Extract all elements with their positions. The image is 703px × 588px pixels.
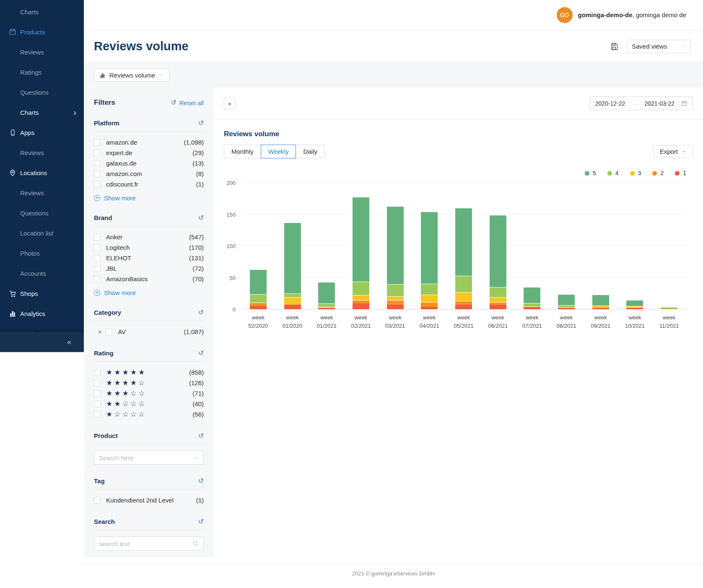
expand-icon[interactable]: > [98,329,101,335]
reset-icon[interactable]: ↺ [198,478,204,484]
checkbox[interactable] [94,497,101,504]
section-title: Rating [94,350,114,357]
sidebar-item-location-list[interactable]: Location list [0,223,84,243]
sidebar-item-products[interactable]: Products [0,22,84,42]
copyright: 2021 © gominga eServices GmbH [352,570,435,577]
sidebar-item-questions[interactable]: Questions [0,203,84,223]
show-more-button[interactable]: + Show more [94,289,204,296]
section-title: Product [94,432,118,439]
rating-row: ★☆☆☆☆(56) [94,409,204,420]
sidebar-item-reviews[interactable]: Reviews [0,183,84,203]
chart-type-label: Reviews volume [109,72,155,79]
bar-segment-rating-4 [490,287,506,297]
legend-item-2[interactable]: 2 [652,170,664,176]
rating-count: (56) [192,411,204,418]
user-account[interactable]: gominga-demo-de, gominga demo de [578,11,686,18]
reset-icon[interactable]: ↺ [198,215,204,221]
tag-row: Kundendienst 2nd Level (1) [94,495,204,505]
legend-label: 4 [615,170,619,176]
checkbox[interactable] [94,369,101,376]
bar-06-2021[interactable] [490,215,506,309]
legend-item-4[interactable]: 4 [607,170,619,176]
sidebar-item-photos[interactable]: Photos [0,243,84,263]
date-to: 2021-03-22 [644,100,674,107]
sidebar-item-charts[interactable]: Charts› [0,102,84,122]
reset-icon[interactable]: ↺ [198,433,204,439]
bar-11-2021[interactable] [661,307,677,309]
search-input[interactable] [99,540,192,547]
chart-type-select[interactable]: Reviews volume [94,68,169,82]
rating-count: (71) [192,390,204,397]
sidebar-collapse-button[interactable]: « [0,332,84,352]
bar-52-2020[interactable] [250,269,267,309]
legend-item-5[interactable]: 5 [585,170,596,176]
checkbox[interactable] [94,255,101,262]
bar-09-2021[interactable] [592,295,609,309]
sidebar-item-charts[interactable]: Charts [0,2,84,22]
show-more-button[interactable]: + Show more [94,194,204,202]
bar-08-2021[interactable] [558,294,575,309]
checkbox[interactable] [94,160,101,167]
sidebar-item-questions[interactable]: Questions [0,82,84,102]
checkbox[interactable] [94,390,101,397]
reset-all-button[interactable]: ↺ Reset all [171,99,204,106]
sidebar-item-apps[interactable]: Apps [0,122,84,142]
sidebar-item-reviews[interactable]: Reviews [0,142,84,163]
category-count: (1,087) [184,328,204,335]
checkbox[interactable] [94,150,101,156]
reset-icon[interactable]: ↺ [198,309,204,316]
tab-daily[interactable]: Daily [296,145,324,158]
tab-monthly[interactable]: Monthly [224,145,261,158]
bar-05-2021[interactable] [455,208,472,309]
bar-slot-52-2020 [241,183,275,309]
checkbox[interactable] [94,265,101,272]
bar-10-2021[interactable] [626,300,643,309]
search-box[interactable] [94,536,204,551]
checkbox[interactable] [106,329,112,335]
checkbox[interactable] [94,139,101,146]
brand-count: (170) [189,244,204,251]
bar-07-2021[interactable] [524,287,540,309]
export-button[interactable]: Export [653,145,693,158]
checkbox[interactable] [94,380,101,386]
avatar[interactable]: GD [557,7,573,23]
sidebar-item-analytics[interactable]: Analytics [0,303,84,324]
brand-label: ELEHOT [106,254,131,262]
checkbox[interactable] [94,411,101,418]
checkbox[interactable] [94,234,101,241]
reset-icon[interactable]: ↺ [198,350,204,357]
reset-icon[interactable]: ↺ [198,120,204,127]
bar-04-2021[interactable] [421,212,438,309]
sidebar-item-accounts[interactable]: Accounts [0,263,84,283]
sidebar-item-shops[interactable]: Shops [0,283,84,303]
search-icon[interactable] [192,541,199,547]
chart-toolbar: « 2020-12-22 → 2021-03-22 [214,88,703,119]
sidebar-item-reviews[interactable]: Reviews [0,42,84,62]
bar-segment-rating-4 [318,303,335,307]
date-range-picker[interactable]: 2020-12-22 → 2021-03-22 [590,96,693,110]
product-search-input[interactable] [99,454,194,461]
saved-views-select[interactable]: Saved views [627,40,691,53]
checkbox[interactable] [94,181,101,188]
legend-item-1[interactable]: 1 [675,170,686,176]
checkbox[interactable] [94,401,101,407]
checkbox[interactable] [94,276,101,282]
legend-item-3[interactable]: 3 [630,170,641,176]
platform-label: amazon.de [106,139,137,146]
sidebar-item-label: Accounts [20,270,46,277]
bar-01-2021[interactable] [318,282,335,309]
sidebar-item-ratings[interactable]: Ratings [0,62,84,82]
save-view-icon[interactable] [610,42,618,51]
bar-01-2020[interactable] [284,223,301,309]
product-select[interactable] [94,451,204,465]
bar-02-2021[interactable] [353,197,369,309]
tab-weekly[interactable]: Weekly [261,145,296,158]
reset-icon[interactable]: ↺ [198,518,204,525]
bar-segment-rating-5 [284,223,301,293]
sidebar-item-locations[interactable]: Locations [0,163,84,183]
collapse-filters-button[interactable]: « [224,98,236,109]
bar-03-2021[interactable] [387,206,404,309]
checkbox[interactable] [94,244,101,251]
bar-segment-rating-5 [318,282,335,303]
checkbox[interactable] [94,171,101,177]
